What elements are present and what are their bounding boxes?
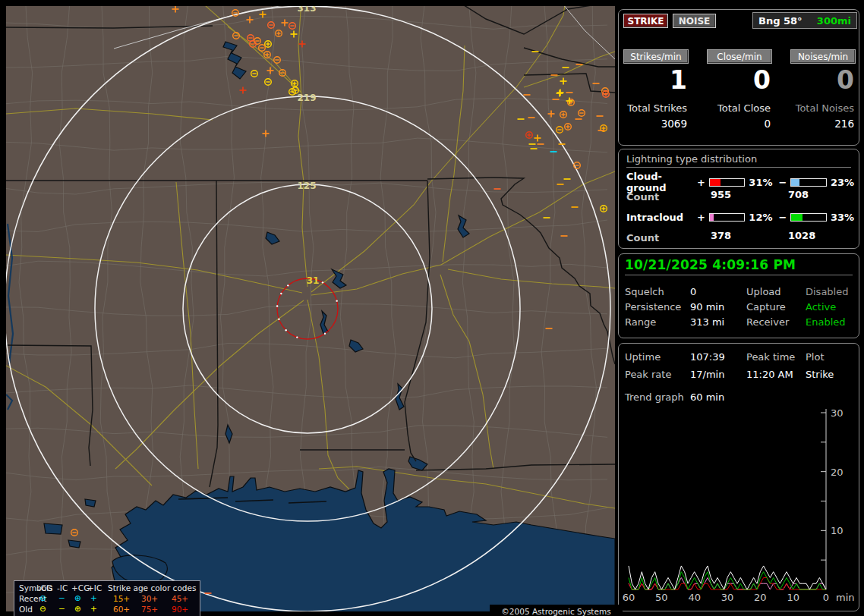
ic-pos-count: 378 xyxy=(711,230,731,241)
nexstorm-app: { "panel": { "strike_btn": "STRIKE", "no… xyxy=(0,0,864,616)
receiver-label: Receiver xyxy=(746,316,789,328)
counters-box: STRIKE NOISE Bng 58° 300mi Strikes/min C… xyxy=(618,9,859,146)
cg-neg-bar xyxy=(790,178,827,187)
upload-label: Upload xyxy=(746,286,781,297)
legend-age-header: Strike age color codes xyxy=(108,583,196,592)
intracloud-label: Intracloud xyxy=(626,212,697,223)
trend-x-unit: min xyxy=(836,592,855,603)
persistence-value: 90 min xyxy=(690,301,724,313)
lightning-map[interactable]: 31321912531 Symbols -CG -IC +CG +IC Stri… xyxy=(6,6,615,611)
ic-neg-old-icon: − xyxy=(58,604,65,613)
strike-symbol-cgn xyxy=(579,110,585,117)
noises-per-min-label[interactable]: Noises/min xyxy=(790,49,856,64)
trend-x-tick: 50 xyxy=(655,592,668,603)
trend-x-tick: 30 xyxy=(721,592,734,603)
bearing-display: Bng 58° 300mi xyxy=(752,12,857,29)
distribution-title: Lightning type distribution xyxy=(626,153,851,168)
ic-pos-pct: 12% xyxy=(749,212,772,223)
cg-neg-recent-icon: ⊖ xyxy=(39,593,46,602)
trend-y-tick: 30 xyxy=(831,407,844,419)
trend-y-tick: 10 xyxy=(831,525,844,536)
strikes-per-min-label[interactable]: Strikes/min xyxy=(623,49,689,64)
gray-boundary-lines xyxy=(114,6,615,59)
strike-symbol-icp xyxy=(172,6,179,13)
strike-symbol-cgp xyxy=(601,206,607,212)
trend-series-white xyxy=(629,566,826,589)
age-45: 45+ xyxy=(172,594,188,603)
uptime-value: 107:39 xyxy=(690,351,725,363)
intracloud-row: Intracloud + 12% − 33% xyxy=(626,212,854,223)
strike-symbol-cgp xyxy=(560,112,567,118)
strike-symbol-icp xyxy=(560,78,567,85)
status-box: 10/21/2025 4:09:16 PM Squelch 0 Upload D… xyxy=(618,253,859,338)
peak-time-value: 11:20 AM xyxy=(746,369,793,380)
ic-neg-bar xyxy=(790,213,827,222)
range-label: Range xyxy=(625,316,656,328)
trend-graph-label: Trend graph xyxy=(625,391,684,403)
map-legend: Symbols -CG -IC +CG +IC Strike age color… xyxy=(14,580,200,616)
total-close-label: Total Close xyxy=(704,102,771,114)
strike-symbol-icp xyxy=(267,68,274,74)
cg-neg-pct: 23% xyxy=(831,177,854,188)
strike-symbol-icp xyxy=(557,90,563,97)
strike-symbol-cgn xyxy=(233,33,240,39)
trend-graph: 3020106050403020100min xyxy=(619,404,859,611)
cg-pos-old-icon: ⊕ xyxy=(74,604,81,613)
range-value: 313 mi xyxy=(690,316,724,328)
trend-x-tick: 20 xyxy=(754,592,767,603)
noise-button[interactable]: NOISE xyxy=(673,14,716,28)
trend-box: Uptime 107:39 Peak time Plot Peak rate 1… xyxy=(618,343,859,611)
squelch-value: 0 xyxy=(690,286,696,297)
strike-symbol-icp xyxy=(566,98,573,105)
trend-x-tick: 60 xyxy=(623,592,635,603)
ring-label: 31 xyxy=(307,275,320,286)
strikes-rate: 1 xyxy=(623,68,687,93)
ring-label: 125 xyxy=(297,181,316,191)
age-75: 75+ xyxy=(141,605,158,614)
strike-symbol-icp xyxy=(263,130,270,137)
close-per-min-label[interactable]: Close/min xyxy=(707,49,772,64)
cloud-ground-count-row: Count 955 708 xyxy=(626,189,854,203)
peak-time-label: Peak time xyxy=(746,351,795,363)
bearing-range: 300mi xyxy=(817,15,851,27)
receiver-status: Enabled xyxy=(806,316,846,328)
cg-pos-recent-icon: ⊕ xyxy=(74,593,81,602)
strike-symbol-cgp xyxy=(568,99,575,106)
strike-symbol-icp xyxy=(557,90,564,96)
trend-y-tick: 20 xyxy=(831,467,844,478)
total-strikes-label: Total Strikes xyxy=(620,102,687,114)
minus-sign: − xyxy=(778,177,787,188)
strike-symbol-cgp xyxy=(565,124,572,130)
age-90: 90+ xyxy=(172,605,188,614)
trend-x-tick: 40 xyxy=(688,592,701,603)
legend-old-label: Old xyxy=(19,605,33,614)
strike-symbol-icp xyxy=(299,41,306,48)
strike-symbol-icp xyxy=(260,11,266,18)
age-30: 30+ xyxy=(141,594,158,603)
plot-label: Plot xyxy=(806,351,825,363)
legend-col-ic-neg: -IC xyxy=(57,583,68,592)
ring-label: 219 xyxy=(297,93,316,103)
count-label: Count xyxy=(626,191,659,203)
age-15: 15+ xyxy=(113,594,130,603)
age-60: 60+ xyxy=(113,605,130,614)
total-close-value: 0 xyxy=(704,118,771,130)
bearing-value: Bng 58° xyxy=(758,15,803,27)
ic-pos-recent-icon: + xyxy=(90,593,97,602)
strike-symbol-cgp xyxy=(276,30,282,37)
strike-symbol-cgp xyxy=(265,41,272,48)
datetime-display: 10/21/2025 4:09:16 PM xyxy=(625,257,853,275)
cg-pos-count: 955 xyxy=(711,189,731,200)
legend-col-ic-pos: +IC xyxy=(87,583,102,592)
distribution-box: Lightning type distribution Cloud-ground… xyxy=(618,149,859,249)
ring-label: 313 xyxy=(297,6,316,14)
strike-symbol-icp xyxy=(282,20,289,27)
trend-graph-value: 60 min xyxy=(690,391,724,403)
strike-symbol-cgn xyxy=(289,23,296,30)
upload-status: Disabled xyxy=(806,286,848,297)
cg-pos-pct: 31% xyxy=(749,177,772,188)
strike-button[interactable]: STRIKE xyxy=(623,14,668,28)
strike-symbol-cgn xyxy=(251,71,258,77)
copyright-bar: ©2005 Astrogenic Systems xyxy=(490,605,623,616)
count-label: Count xyxy=(626,232,659,244)
